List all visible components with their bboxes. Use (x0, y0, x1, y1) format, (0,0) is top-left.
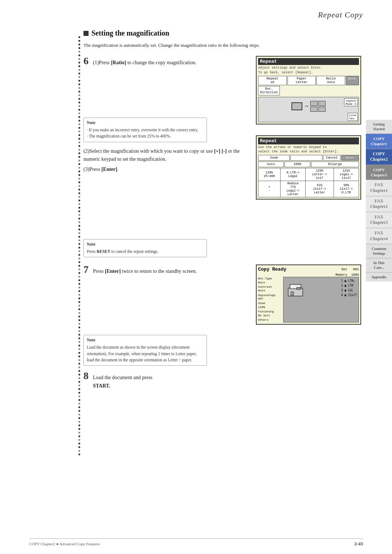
note-1-title: Note (87, 120, 204, 126)
sidebar-item-fax-ch3[interactable]: FAXChapter3 (366, 212, 392, 228)
copy-ready-memory: Memory 100% (258, 273, 359, 277)
paper-shape-left (291, 102, 302, 110)
sidebar-item-fax-ch1[interactable]: FAXChapter1 (366, 180, 392, 196)
step-8-number: 8 (83, 371, 89, 381)
screen-spacer (256, 124, 363, 135)
enlarge-cell: Enlarge (311, 161, 359, 167)
layout-mode-label: LayoutMode 2 (344, 98, 358, 106)
section-title-text: Setting the magnification (91, 29, 169, 37)
sidebar-item-in-this-case[interactable]: In ThisCase... (366, 258, 392, 272)
screen-1-sub1: Adjust settings and select Enter. (258, 66, 359, 70)
setting-contrast: ContrastAuto (258, 285, 282, 293)
zoom-table: 129%25~400 H.LTR->Legal 129%Letter->1x17… (258, 168, 359, 197)
screen-1-diagram: → (260, 99, 357, 114)
dot-column (76, 33, 82, 539)
screen-2-title: Repeat (258, 138, 359, 144)
step-6-left: 6 (1)Press [Ratio] to change the copy ma… (83, 56, 249, 257)
sidebar-item-common-settings[interactable]: CommonSettings (366, 244, 392, 258)
page-number: 2-43 (354, 541, 363, 547)
paper-bot-left (310, 107, 318, 112)
tray-3: 3 ▣ LGL (341, 288, 357, 293)
step-6-sub1: (1)Press [Ratio] to change the copy magn… (93, 59, 196, 67)
sidebar-item-getting-started[interactable]: GettingStarted (366, 120, 392, 134)
page-footer: COPY Chapter2 ● Advanced Copy Features 2… (29, 538, 363, 547)
title-marker (83, 31, 89, 36)
paper-top-left (310, 101, 318, 106)
step-8-content: 8 Load the document and pressSTART. (83, 371, 363, 390)
copy-ready-content: Doc.TypeAuto ContrastAuto DuplexCopyOFF … (258, 277, 359, 323)
footer-left-text: COPY Chapter2 ● Advanced Copy Features (29, 542, 100, 546)
sidebar-item-copy-ch2[interactable]: COPYChapter2 (366, 149, 392, 165)
copy-ready-screen: Copy Ready Set 001 Memory 100% Doc.TypeA… (256, 264, 361, 325)
sidebar-item-appendix[interactable]: Appendix (366, 272, 392, 282)
zoom-plus-minus: +- (258, 181, 281, 197)
copy-ready-set: Set 001 (341, 268, 359, 271)
copy-ready-header: Copy Ready Set 001 (258, 267, 359, 272)
screen-1-cell-paper: PaperLetter (287, 76, 316, 85)
paper-bot-right (318, 107, 326, 112)
step-7-text: Press [Enter] twice to return to the sta… (93, 267, 197, 275)
zoom-50: 50%11x17->H.LTR (334, 181, 359, 197)
setting-zoom: Zoom129% (258, 301, 282, 309)
svg-rect-2 (291, 292, 294, 295)
screen-1-cell-repeat: Repeatx9 (258, 76, 287, 85)
paper-top-right (318, 101, 326, 106)
paper-shapes-right (310, 101, 326, 112)
tray-info: 1 ▣ LTR▷ 2 ▣ LTR 3 ▣ LGL 4 ▣ 11x17 (341, 279, 357, 297)
100-cell: 100% (285, 161, 310, 167)
screen-1-title: Repeat (258, 58, 359, 65)
zoom-label: Zoom (258, 155, 290, 161)
note-3: Note Load the document as shown in the s… (83, 335, 207, 366)
right-sidebar: GettingStarted COPYChapter1 COPYChapter2… (366, 0, 392, 554)
zoom-121-legal: 121%Legal->11x17 (334, 168, 359, 181)
screen-1-repeat: Repeat Adjust settings and select Enter.… (256, 56, 361, 124)
step-8-left: Note Load the document as shown in the s… (83, 332, 363, 390)
screen-1-cell-ratio: RatioAuto (317, 76, 345, 85)
note-1-text: · If you make an incorrect entry, overwr… (87, 127, 204, 140)
sidebar-item-copy-ch1[interactable]: COPYChapter1 (366, 134, 392, 149)
auto-100-row: Auto 100% Enlarge (258, 161, 359, 167)
setting-doctype: Doc.TypeAuto (258, 277, 282, 284)
screen-1-diagram-area: → (258, 97, 359, 122)
screen-2-header: Zoom Cancel Enter (258, 155, 359, 161)
zoom-spacer (290, 155, 322, 161)
zoom-hltr-legal: H.LTR->Legal (280, 168, 305, 181)
line-label: LineYes (348, 113, 358, 121)
enter-cell: Enter (341, 155, 359, 161)
copier-icon (286, 281, 305, 300)
preview-area: 1 ▣ LTR▷ 2 ▣ LTR 3 ▣ LGL 4 ▣ 11x17 (283, 277, 359, 323)
sidebar-item-fax-ch2[interactable]: FAXChapter2 (366, 196, 392, 212)
note-3-text: Load the document as shown in the screen… (87, 344, 204, 363)
step-8: Note Load the document as shown in the s… (83, 332, 363, 390)
step-8-text-block: Load the document and pressSTART. (93, 374, 152, 390)
step-8-text: Load the document and pressSTART. (93, 375, 152, 388)
note-2-text: Press RESET to cancel the repeat setting… (87, 249, 204, 255)
setting-finishing: FinishingNo Sort (258, 310, 282, 317)
step-7-number: 7 (83, 264, 89, 275)
zoom-129-letter: 129%Letter->1x17 (306, 168, 334, 181)
sidebar-item-copy-ch3[interactable]: COPYChapter3 (366, 165, 392, 180)
auto-cell: Auto (258, 161, 284, 167)
note-2: Note Press RESET to cancel the repeat se… (83, 239, 207, 257)
step-6-sub2-text: (2)Select the magnification with which y… (83, 147, 249, 174)
section-title: Setting the magnification (83, 29, 363, 37)
copy-ready-title: Copy Ready (258, 267, 286, 272)
svg-rect-3 (297, 287, 301, 290)
arrow-icon: → (305, 103, 308, 110)
page: Repeat Copy GettingStarted COPYChapter1 … (0, 0, 392, 554)
screen-1-cell-enter: Enter (346, 76, 359, 85)
screen-1-sub2: To go back, select [Repeat]. (258, 71, 359, 75)
zoom-129-25-400: 129%25~400 (258, 168, 281, 181)
step-7-screen: Copy Ready Set 001 Memory 100% Doc.TypeA… (256, 264, 363, 325)
setting-duplex: DuplexCopyOFF (258, 294, 282, 301)
screen-2-repeat: Repeat Use the arrows or numeric keypad … (256, 135, 361, 199)
intro-text: The magnification is automatically set. … (83, 42, 363, 49)
step-6-number: 6 (83, 56, 89, 66)
cancel-cell: Cancel (323, 155, 341, 161)
note-1: Note · If you make an incorrect entry, o… (83, 118, 207, 142)
zoom-51: 51%11x17->Letter (306, 181, 334, 197)
step-7: 7 Press [Enter] twice to return to the s… (83, 264, 363, 325)
screen-2-subtitle: Use the arrows or numeric keypad toselec… (258, 145, 359, 154)
sidebar-item-fax-ch4[interactable]: FAXChapter4 (366, 228, 392, 244)
tray-4: 4 ▣ 11x17 (341, 293, 357, 298)
